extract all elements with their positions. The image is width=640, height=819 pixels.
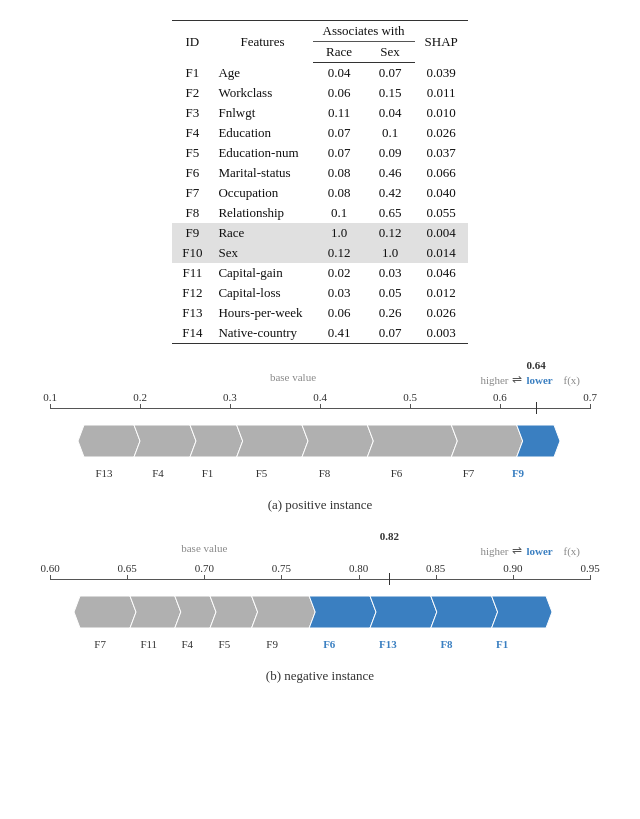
table-row: F11 Capital-gain 0.02 0.03 0.046 [172, 263, 468, 283]
segment-label: F13 [95, 467, 112, 479]
segment-label: F7 [463, 467, 475, 479]
bars-b [50, 588, 590, 636]
table-row: F14 Native-country 0.41 0.07 0.003 [172, 323, 468, 344]
cell-id: F3 [172, 103, 212, 123]
svg-marker-8 [74, 596, 136, 628]
table-row: F2 Workclass 0.06 0.15 0.011 [172, 83, 468, 103]
cell-feature: Fnlwgt [212, 103, 312, 123]
col-sex: Sex [365, 42, 414, 63]
segment-label: F6 [391, 467, 403, 479]
bar-labels-b: F7F11F4F5F9F6F13F8F1 [50, 636, 590, 658]
table-row: F10 Sex 0.12 1.0 0.014 [172, 243, 468, 263]
table-row: F9 Race 1.0 0.12 0.004 [172, 223, 468, 243]
svg-marker-0 [78, 425, 140, 457]
axis-tick-label: 0.80 [349, 562, 368, 574]
arrows-a: ⇌ [512, 372, 522, 387]
svg-marker-15 [431, 596, 498, 628]
cell-feature: Hours-per-week [212, 303, 312, 323]
cell-shap: 0.014 [415, 243, 468, 263]
svg-marker-6 [451, 425, 522, 457]
cell-shap: 0.040 [415, 183, 468, 203]
cell-sex: 0.03 [365, 263, 414, 283]
table-row: F8 Relationship 0.1 0.65 0.055 [172, 203, 468, 223]
higher-label-b: higher [480, 545, 508, 557]
svg-marker-7 [517, 425, 560, 457]
axis-tick-label: 0.7 [583, 391, 597, 403]
legend-b: higher ⇌ lower f(x) [40, 543, 600, 558]
axis-tick-label: 0.60 [40, 562, 59, 574]
axis-a: 0.10.20.30.40.50.60.7base value0.64 [50, 389, 590, 417]
chart-b: higher ⇌ lower f(x) 0.600.650.700.750.80… [30, 543, 610, 684]
col-features: Features [212, 21, 312, 63]
cell-feature: Marital-status [212, 163, 312, 183]
axis-tick-label: 0.1 [43, 391, 57, 403]
col-race: Race [313, 42, 366, 63]
cell-shap: 0.026 [415, 123, 468, 143]
base-value-label: base value [181, 542, 227, 554]
chart-a-title: (a) positive instance [30, 497, 610, 513]
cell-race: 0.07 [313, 143, 366, 163]
cell-sex: 0.05 [365, 283, 414, 303]
segment-label: F8 [440, 638, 452, 650]
segment-label: F7 [94, 638, 106, 650]
cell-sex: 0.65 [365, 203, 414, 223]
cell-id: F4 [172, 123, 212, 143]
svg-marker-1 [134, 425, 196, 457]
cell-race: 0.06 [313, 83, 366, 103]
bars-a [50, 417, 590, 465]
table-row: F4 Education 0.07 0.1 0.026 [172, 123, 468, 143]
svg-marker-14 [370, 596, 437, 628]
axis-tick-label: 0.90 [503, 562, 522, 574]
table-row: F7 Occupation 0.08 0.42 0.040 [172, 183, 468, 203]
segment-label: F9 [512, 467, 524, 479]
cell-sex: 0.04 [365, 103, 414, 123]
col-associates: Associates with [313, 21, 415, 42]
cell-feature: Workclass [212, 83, 312, 103]
arrows-b: ⇌ [512, 543, 522, 558]
segment-label: F4 [182, 638, 194, 650]
cell-sex: 0.46 [365, 163, 414, 183]
svg-marker-16 [492, 596, 552, 628]
cell-sex: 0.15 [365, 83, 414, 103]
cell-id: F10 [172, 243, 212, 263]
cell-id: F11 [172, 263, 212, 283]
data-table: ID Features Associates with SHAP Race Se… [30, 20, 610, 344]
axis-tick-label: 0.85 [426, 562, 445, 574]
legend-a: higher ⇌ lower f(x) [40, 372, 600, 387]
fx-value-label: 0.64 [526, 359, 545, 371]
cell-feature: Capital-loss [212, 283, 312, 303]
cell-id: F7 [172, 183, 212, 203]
lower-label-a: lower [526, 374, 552, 386]
axis-tick-label: 0.95 [580, 562, 599, 574]
cell-race: 0.41 [313, 323, 366, 344]
cell-id: F8 [172, 203, 212, 223]
cell-sex: 0.26 [365, 303, 414, 323]
cell-race: 0.06 [313, 303, 366, 323]
cell-feature: Sex [212, 243, 312, 263]
cell-feature: Education [212, 123, 312, 143]
cell-shap: 0.010 [415, 103, 468, 123]
cell-race: 0.1 [313, 203, 366, 223]
cell-race: 0.02 [313, 263, 366, 283]
table-row: F3 Fnlwgt 0.11 0.04 0.010 [172, 103, 468, 123]
svg-marker-9 [130, 596, 181, 628]
cell-shap: 0.055 [415, 203, 468, 223]
cell-sex: 0.42 [365, 183, 414, 203]
cell-id: F14 [172, 323, 212, 344]
cell-id: F1 [172, 63, 212, 84]
cell-id: F2 [172, 83, 212, 103]
cell-feature: Age [212, 63, 312, 84]
svg-marker-3 [237, 425, 308, 457]
cell-feature: Relationship [212, 203, 312, 223]
svg-marker-2 [190, 425, 243, 457]
cell-race: 0.07 [313, 123, 366, 143]
table-row: F12 Capital-loss 0.03 0.05 0.012 [172, 283, 468, 303]
col-shap: SHAP [415, 21, 468, 63]
axis-tick-label: 0.5 [403, 391, 417, 403]
segment-label: F1 [202, 467, 214, 479]
cell-shap: 0.012 [415, 283, 468, 303]
fx-label-a: f(x) [564, 374, 581, 386]
cell-race: 0.03 [313, 283, 366, 303]
cell-id: F12 [172, 283, 212, 303]
svg-marker-12 [252, 596, 316, 628]
